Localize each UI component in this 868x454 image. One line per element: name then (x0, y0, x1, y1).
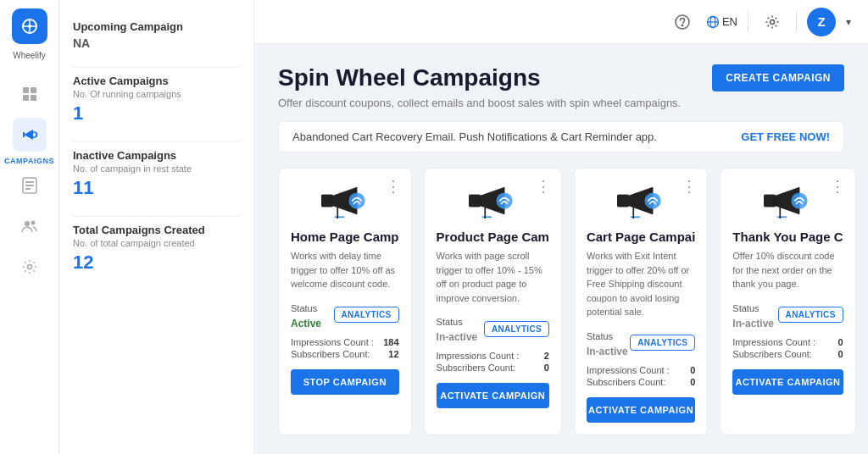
active-sub: No. Of running campaigns (73, 89, 240, 99)
total-sub: No. of total campaign created (73, 238, 240, 248)
subscribers-value: 0 (838, 349, 843, 359)
card-title: Thank You Page C (732, 230, 843, 244)
campaign-card: ⋮ Product Page Cam Works with page scrol… (424, 168, 562, 435)
campaign-action-button[interactable]: ACTIVATE CAMPAIGN (732, 369, 843, 395)
more-options-icon[interactable]: ⋮ (682, 177, 698, 196)
campaign-card: ⋮ Thank You Page C Offer 10% discount co… (720, 168, 855, 435)
card-menu-button[interactable]: ⋮ (536, 177, 553, 196)
card-status-row: Status In-active ANALYTICS (587, 328, 695, 358)
impressions-row: Impressions Count : 0 (587, 365, 695, 375)
impressions-label: Impressions Count : (587, 365, 670, 375)
impressions-row: Impressions Count : 2 (437, 351, 549, 361)
sidebar-item-templates[interactable] (13, 169, 47, 202)
card-menu-button[interactable]: ⋮ (830, 177, 847, 196)
promo-banner: Abandoned Cart Recovery Email. Push Noti… (278, 121, 844, 152)
analytics-button[interactable]: ANALYTICS (484, 321, 549, 337)
avatar-letter: Z (817, 14, 825, 29)
impressions-label: Impressions Count : (291, 337, 374, 347)
topbar-divider-2 (796, 12, 797, 32)
more-options-icon[interactable]: ⋮ (536, 177, 553, 196)
campaign-card: ⋮ Cart Page Campai Works with Exit Inten… (574, 168, 708, 435)
card-menu-button[interactable]: ⋮ (682, 177, 698, 196)
total-label: Total Campaigns Created (73, 224, 240, 236)
page-header: Spin Wheel Campaigns CREATE CAMPAIGN (278, 64, 844, 91)
card-menu-button[interactable]: ⋮ (386, 177, 403, 196)
card-stats: Impressions Count : 0 Subscribers Count:… (732, 337, 843, 361)
card-desc: Works with Exit Intent trigger to offer … (587, 249, 695, 319)
upcoming-label: Upcoming Campaign (73, 20, 240, 33)
campaign-action-button[interactable]: ACTIVATE CAMPAIGN (587, 397, 695, 423)
content-area: Spin Wheel Campaigns CREATE CAMPAIGN Off… (254, 44, 868, 454)
sidebar-item-audience[interactable] (13, 209, 47, 243)
create-campaign-button[interactable]: CREATE CAMPAIGN (712, 64, 844, 91)
campaign-action-button[interactable]: ACTIVATE CAMPAIGN (437, 383, 549, 408)
inactive-label: Inactive Campaigns (73, 149, 240, 162)
svg-point-3 (28, 25, 31, 28)
banner-text: Abandoned Cart Recovery Email. Push Noti… (292, 130, 657, 143)
card-icon (587, 180, 695, 221)
subscribers-value: 12 (388, 349, 398, 359)
app-name: Wheelify (13, 51, 45, 60)
language-selector[interactable]: EN (706, 15, 737, 29)
analytics-button[interactable]: ANALYTICS (778, 307, 843, 323)
svg-rect-12 (25, 188, 31, 190)
total-value: 12 (73, 252, 240, 274)
svg-point-14 (31, 221, 35, 225)
impressions-label: Impressions Count : (732, 337, 815, 347)
svg-rect-5 (31, 87, 36, 93)
svg-point-35 (792, 192, 808, 208)
card-status-row: Status In-active ANALYTICS (732, 300, 843, 330)
page-title: Spin Wheel Campaigns (278, 64, 541, 91)
impressions-label: Impressions Count : (437, 351, 520, 361)
active-value: 1 (73, 102, 240, 125)
gear-icon[interactable] (759, 8, 786, 36)
more-options-icon[interactable]: ⋮ (830, 177, 847, 196)
svg-point-16 (676, 15, 689, 29)
upcoming-campaign-block: Upcoming Campaign NA (73, 20, 240, 50)
card-title: Home Page Camp (291, 230, 399, 244)
user-menu-chevron[interactable]: ▾ (846, 16, 851, 28)
svg-rect-6 (23, 95, 29, 101)
card-status: Status Active (291, 300, 321, 330)
page-subtitle: Offer discount coupons, collect emails a… (278, 97, 844, 109)
banner-link[interactable]: GET FREE NOW! (741, 130, 830, 143)
analytics-button[interactable]: ANALYTICS (630, 335, 695, 351)
svg-point-21 (771, 19, 775, 24)
inactive-sub: No. of campaign in rest state (73, 163, 240, 174)
sidebar-item-settings[interactable] (13, 250, 47, 284)
card-status-row: Status In-active ANALYTICS (437, 313, 549, 344)
sidebar-item-campaigns[interactable] (13, 118, 47, 152)
svg-rect-7 (31, 95, 36, 101)
card-stats: Impressions Count : 0 Subscribers Count:… (587, 365, 695, 389)
impressions-value: 0 (838, 337, 843, 347)
total-campaigns-block: Total Campaigns Created No. of total cam… (73, 224, 240, 274)
user-avatar[interactable]: Z (807, 8, 836, 36)
sidebar-item-home[interactable] (13, 77, 47, 111)
card-status: Status In-active (587, 328, 628, 358)
app-logo[interactable] (12, 8, 47, 44)
inactive-value: 11 (73, 177, 240, 199)
subscribers-value: 0 (544, 363, 549, 373)
card-icon (291, 180, 399, 221)
card-desc: Works with delay time trigger to offer 1… (291, 249, 399, 291)
campaign-action-button[interactable]: STOP CAMPAIGN (291, 369, 399, 395)
help-icon[interactable] (669, 8, 696, 36)
card-status: Status In-active (732, 300, 774, 330)
svg-point-17 (682, 25, 683, 26)
more-options-icon[interactable]: ⋮ (386, 177, 403, 196)
card-status: Status In-active (437, 313, 478, 344)
card-status-row: Status Active ANALYTICS (291, 300, 399, 330)
svg-point-27 (497, 192, 513, 208)
subscribers-label: Subscribers Count: (587, 377, 666, 387)
lang-text: EN (722, 15, 737, 28)
topbar: EN Z ▾ (254, 0, 868, 44)
subscribers-value: 0 (690, 377, 695, 387)
impressions-value: 0 (690, 365, 695, 375)
analytics-button[interactable]: ANALYTICS (334, 307, 399, 323)
impressions-value: 2 (544, 351, 549, 361)
subscribers-label: Subscribers Count: (732, 349, 812, 359)
subscribers-row: Subscribers Count: 0 (732, 349, 843, 359)
main-area: EN Z ▾ Spin Wheel Campaigns CREATE CAMPA… (254, 0, 868, 454)
topbar-divider-1 (748, 12, 748, 32)
svg-rect-10 (25, 181, 34, 183)
